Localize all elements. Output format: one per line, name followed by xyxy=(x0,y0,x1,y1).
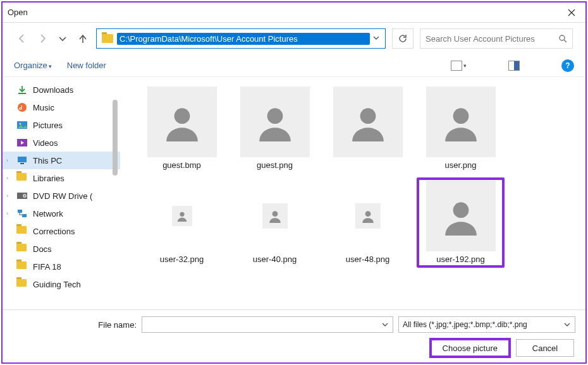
svg-point-3 xyxy=(20,123,21,125)
svg-point-1 xyxy=(18,103,27,112)
back-button[interactable] xyxy=(15,32,29,45)
file-item[interactable]: user-192.png xyxy=(418,179,503,266)
search-placeholder: Search User Account Pictures xyxy=(426,34,558,44)
expand-chevron-icon[interactable]: › xyxy=(6,193,8,199)
file-name: guest.png xyxy=(257,160,293,170)
forward-button[interactable] xyxy=(35,32,49,45)
search-input[interactable]: Search User Account Pictures xyxy=(420,28,573,49)
tree-item-music[interactable]: Music xyxy=(3,99,120,116)
file-item[interactable] xyxy=(325,85,410,172)
tree-item-corrections[interactable]: Corrections xyxy=(3,222,120,240)
file-name: guest.bmp xyxy=(162,160,201,170)
tree-item-label: This PC xyxy=(33,156,62,165)
tree-item-label: FIFA 18 xyxy=(33,262,61,272)
file-thumbnail xyxy=(426,87,496,157)
file-list[interactable]: guest.bmpguest.pnguser.pnguser-32.pnguse… xyxy=(120,77,585,309)
preview-pane-button[interactable] xyxy=(508,61,520,71)
tree-item-libraries[interactable]: ›Libraries xyxy=(3,169,120,187)
refresh-icon xyxy=(398,33,408,44)
new-folder-button[interactable]: New folder xyxy=(67,61,106,70)
tree-item-label: Guiding Tech xyxy=(33,280,81,289)
address-history-chevron[interactable] xyxy=(370,34,383,44)
avatar-placeholder-icon xyxy=(172,206,192,226)
cancel-button[interactable]: Cancel xyxy=(516,339,574,357)
avatar-placeholder-icon xyxy=(240,87,310,157)
filename-combobox[interactable] xyxy=(142,316,393,333)
file-name: user-48.png xyxy=(346,254,389,264)
tree-item-this-pc[interactable]: ›This PC xyxy=(3,152,120,169)
expand-chevron-icon[interactable]: › xyxy=(6,210,8,217)
file-item[interactable]: user-32.png xyxy=(139,179,224,266)
view-options-button[interactable]: ▾ xyxy=(451,61,467,71)
file-thumbnail xyxy=(240,87,310,157)
file-thumbnail xyxy=(333,87,403,157)
folder-icon xyxy=(16,244,28,254)
refresh-button[interactable] xyxy=(392,28,413,49)
chevron-down-icon xyxy=(372,34,380,42)
navigation-tree[interactable]: DownloadsMusicPicturesVideos›This PC›Lib… xyxy=(3,77,120,309)
square-icon xyxy=(451,61,462,71)
file-item[interactable]: user-48.png xyxy=(325,179,410,266)
tree-item-guiding-tech[interactable]: Guiding Tech xyxy=(3,275,120,293)
pictures-icon xyxy=(16,120,28,130)
file-item[interactable]: user.png xyxy=(418,85,503,172)
navigation-bar: C:\ProgramData\Microsoft\User Account Pi… xyxy=(3,23,585,54)
choose-picture-button[interactable]: Choose picture xyxy=(431,339,510,357)
arrow-up-icon xyxy=(77,33,89,44)
preview-pane-icon xyxy=(508,61,520,71)
chevron-down-icon xyxy=(58,33,68,44)
svg-rect-5 xyxy=(18,157,27,162)
tree-item-network[interactable]: ›Network xyxy=(3,205,120,222)
tree-item-fifa-18[interactable]: FIFA 18 xyxy=(3,258,120,275)
avatar-placeholder-icon xyxy=(262,203,288,229)
music-icon xyxy=(16,102,28,112)
folder-icon xyxy=(16,261,28,272)
tree-item-label: Docs xyxy=(33,244,52,254)
filter-label: All files (*.jpg;*.jpeg;*.bmp;*.dib;*.pn… xyxy=(403,320,563,329)
up-button[interactable] xyxy=(76,32,90,45)
chevron-down-icon xyxy=(381,321,389,328)
tree-item-downloads[interactable]: Downloads xyxy=(3,81,120,99)
file-thumbnail xyxy=(147,87,217,157)
svg-point-16 xyxy=(180,212,184,217)
file-item[interactable]: user-40.png xyxy=(232,179,317,266)
file-item[interactable]: guest.bmp xyxy=(139,85,224,172)
tree-item-pictures[interactable]: Pictures xyxy=(3,116,120,134)
file-name: user-32.png xyxy=(160,254,204,264)
organize-menu[interactable]: Organize▾ xyxy=(14,61,52,70)
arrow-right-icon xyxy=(37,33,48,44)
filetype-filter[interactable]: All files (*.jpg;*.jpeg;*.bmp;*.dib;*.pn… xyxy=(398,316,575,333)
organize-label: Organize xyxy=(14,61,47,70)
chevron-down-icon: ▾ xyxy=(463,63,467,69)
tree-item-dvd-rw-drive[interactable]: ›DVD RW Drive ( xyxy=(3,187,120,205)
avatar-placeholder-icon xyxy=(147,87,217,157)
button-row: Choose picture Cancel xyxy=(13,339,575,357)
footer: File name: All files (*.jpg;*.jpeg;*.bmp… xyxy=(3,309,585,362)
file-thumbnail xyxy=(240,181,310,251)
file-thumbnail xyxy=(426,181,496,251)
svg-rect-10 xyxy=(18,210,22,213)
svg-point-13 xyxy=(267,108,283,124)
address-bar[interactable]: C:\ProgramData\Microsoft\User Account Pi… xyxy=(96,28,386,49)
tree-item-label: Music xyxy=(33,103,54,112)
expand-chevron-icon[interactable]: › xyxy=(6,157,8,164)
title-bar: Open xyxy=(3,3,585,23)
recent-locations-button[interactable] xyxy=(56,32,70,45)
tree-item-videos[interactable]: Videos xyxy=(3,134,120,152)
file-thumbnail xyxy=(147,181,217,251)
avatar-placeholder-icon xyxy=(333,87,403,157)
avatar-placeholder-icon xyxy=(355,203,381,229)
tree-item-docs[interactable]: Docs xyxy=(3,240,120,258)
close-button[interactable] xyxy=(558,3,585,23)
expand-chevron-icon[interactable]: › xyxy=(6,175,8,181)
dialog-body: DownloadsMusicPicturesVideos›This PC›Lib… xyxy=(3,77,585,309)
tree-item-label: Downloads xyxy=(33,85,73,95)
tree-item-label: Videos xyxy=(33,138,58,148)
avatar-placeholder-icon xyxy=(426,87,496,157)
svg-point-0 xyxy=(560,35,565,40)
file-item[interactable]: guest.png xyxy=(232,85,317,172)
address-path: C:\ProgramData\Microsoft\User Account Pi… xyxy=(117,33,370,45)
search-icon xyxy=(558,34,567,43)
folder-icon xyxy=(102,34,113,43)
help-button[interactable]: ? xyxy=(561,59,574,72)
